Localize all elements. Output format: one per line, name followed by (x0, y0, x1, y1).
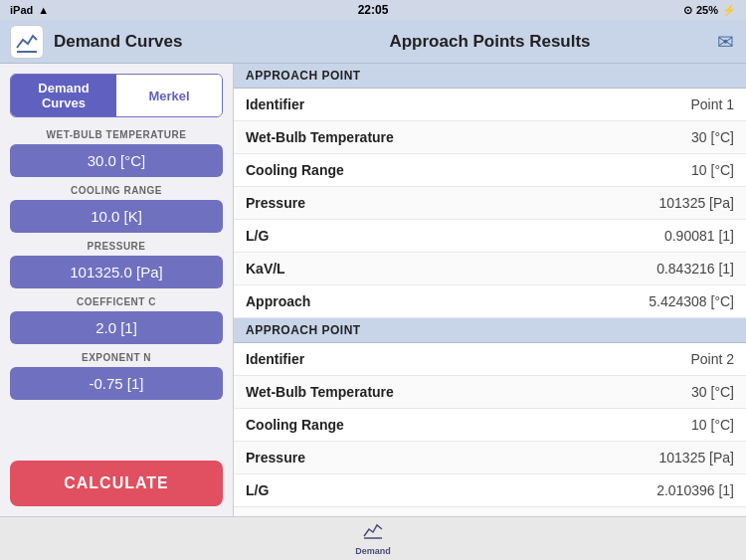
section-header-row: APPROACH POINT (234, 64, 746, 89)
coeff-group: COEFFICENT C (10, 296, 223, 344)
section-header-cell: APPROACH POINT (234, 64, 746, 89)
table-row: Wet-Bulb Temperature30 [°C] (234, 121, 746, 154)
status-left: iPad ▲ (10, 4, 49, 16)
table-row: IdentifierPoint 2 (234, 343, 746, 376)
section-header-row: APPROACH POINT (234, 318, 746, 343)
cooling-range-input[interactable] (10, 200, 223, 233)
row-label: Cooling Range (234, 154, 515, 187)
row-value: 10 [°C] (515, 154, 746, 187)
row-label: Identifier (234, 89, 515, 121)
tab-merkel[interactable]: Merkel (116, 75, 222, 116)
row-label: Pressure (234, 187, 515, 220)
header-right: Approach Points Results ✉ (234, 32, 746, 52)
results-table: APPROACH POINTIdentifierPoint 1Wet-Bulb … (234, 64, 746, 516)
wet-bulb-group: WET-BULB TEMPERATURE (10, 129, 223, 177)
row-label: Wet-Bulb Temperature (234, 121, 515, 154)
row-value: 101325 [Pa] (515, 442, 746, 474)
table-row: Pressure101325 [Pa] (234, 187, 746, 220)
row-value: 1.672085 [1] (515, 507, 746, 517)
app-title: Demand Curves (54, 32, 182, 52)
row-label: L/G (234, 474, 515, 507)
row-value: 5.424308 [°C] (515, 285, 746, 318)
main-content: Demand Curves Merkel WET-BULB TEMPERATUR… (0, 64, 746, 516)
row-label: Wet-Bulb Temperature (234, 376, 515, 409)
app-logo (10, 25, 44, 59)
table-row: Approach5.424308 [°C] (234, 285, 746, 318)
row-value: 30 [°C] (515, 121, 746, 154)
table-row: IdentifierPoint 1 (234, 89, 746, 121)
table-row: KaV/L0.843216 [1] (234, 253, 746, 285)
left-panel: Demand Curves Merkel WET-BULB TEMPERATUR… (0, 64, 234, 516)
table-row: Cooling Range10 [°C] (234, 154, 746, 187)
coeff-input[interactable] (10, 311, 223, 344)
row-label: Cooling Range (234, 409, 515, 442)
header-left: Demand Curves (0, 25, 234, 59)
bottom-tab-icon (363, 521, 383, 544)
row-value: 2.010396 [1] (515, 474, 746, 507)
app-header: Demand Curves Approach Points Results ✉ (0, 20, 746, 64)
table-row: L/G2.010396 [1] (234, 474, 746, 507)
row-value: Point 1 (515, 89, 746, 121)
ipad-label: iPad (10, 4, 33, 16)
table-row: KaV/L1.672085 [1] (234, 507, 746, 517)
row-label: KaV/L (234, 507, 515, 517)
bottom-bar: Demand (0, 516, 746, 560)
status-bar: iPad ▲ 22:05 ⊙ 25% ⚡ (0, 0, 746, 20)
table-row: Cooling Range10 [°C] (234, 409, 746, 442)
exponent-label: EXPONENT N (82, 352, 151, 363)
row-label: Identifier (234, 343, 515, 376)
row-label: Approach (234, 285, 515, 318)
cooling-range-group: COOLING RANGE (10, 185, 223, 233)
pressure-label: PRESSURE (87, 241, 145, 252)
row-value: 0.843216 [1] (515, 253, 746, 285)
charge-icon: ⚡ (722, 4, 736, 17)
coeff-label: COEFFICENT C (77, 296, 156, 307)
table-row: L/G0.90081 [1] (234, 220, 746, 253)
status-right: ⊙ 25% ⚡ (683, 4, 736, 17)
tab-demand-curves[interactable]: Demand Curves (11, 75, 116, 116)
row-value: 10 [°C] (515, 409, 746, 442)
battery-icon: ⊙ (683, 4, 692, 17)
row-label: L/G (234, 220, 515, 253)
cooling-range-label: COOLING RANGE (71, 185, 162, 196)
row-value: Point 2 (515, 343, 746, 376)
row-label: KaV/L (234, 253, 515, 285)
status-time: 22:05 (358, 3, 389, 17)
wifi-icon: ▲ (38, 4, 49, 16)
battery-percent: 25% (696, 4, 718, 16)
calculate-button[interactable]: CALCULATE (10, 461, 223, 506)
section-title: Approach Points Results (389, 32, 590, 52)
row-value: 101325 [Pa] (515, 187, 746, 220)
wet-bulb-label: WET-BULB TEMPERATURE (47, 129, 187, 140)
right-panel: APPROACH POINTIdentifierPoint 1Wet-Bulb … (234, 64, 746, 516)
bottom-tab-label: Demand (355, 546, 391, 556)
spacer (10, 408, 223, 453)
row-value: 0.90081 [1] (515, 220, 746, 253)
bottom-tab-demand[interactable]: Demand (335, 517, 411, 560)
pressure-group: PRESSURE (10, 241, 223, 288)
section-header-cell: APPROACH POINT (234, 318, 746, 343)
table-row: Pressure101325 [Pa] (234, 442, 746, 474)
exponent-group: EXPONENT N (10, 352, 223, 400)
pressure-input[interactable] (10, 256, 223, 288)
table-row: Wet-Bulb Temperature30 [°C] (234, 376, 746, 409)
row-label: Pressure (234, 442, 515, 474)
wet-bulb-input[interactable] (10, 144, 223, 177)
exponent-input[interactable] (10, 367, 223, 400)
email-icon[interactable]: ✉ (717, 30, 734, 54)
tab-row: Demand Curves Merkel (10, 74, 223, 117)
row-value: 30 [°C] (515, 376, 746, 409)
